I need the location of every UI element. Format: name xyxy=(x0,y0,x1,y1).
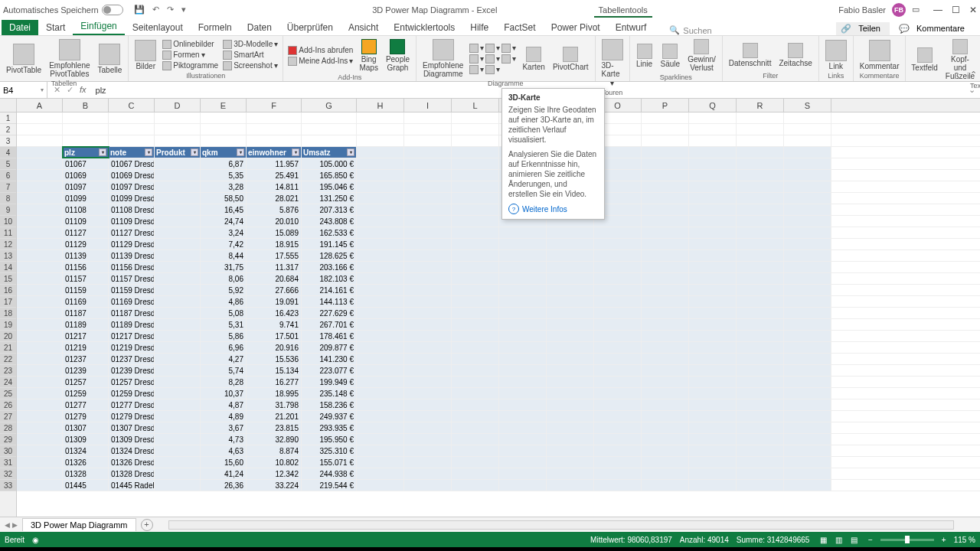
row-header[interactable]: 4 xyxy=(0,147,16,158)
table-cell[interactable]: 20.010 xyxy=(247,216,302,227)
row-header[interactable]: 29 xyxy=(0,434,16,445)
column-header[interactable]: C xyxy=(109,99,155,112)
table-cell[interactable]: 8,28 xyxy=(201,377,247,387)
table-cell[interactable]: 10,37 xyxy=(201,388,247,399)
table-cell[interactable]: 158.236 € xyxy=(302,399,357,410)
table-cell[interactable] xyxy=(155,181,201,192)
table-cell[interactable]: 4,63 xyxy=(201,445,247,456)
recommended-charts-button[interactable]: Empfohlene Diagramme xyxy=(420,37,466,80)
table-cell[interactable]: 01156 xyxy=(63,262,109,272)
macro-record-icon[interactable]: ◉ xyxy=(32,536,39,544)
table-cell[interactable]: 14.811 xyxy=(247,181,302,192)
table-cell[interactable]: 244.938 € xyxy=(302,468,357,479)
chart-col-icon[interactable]: ▾ ▾ ▾ xyxy=(468,43,518,54)
table-cell[interactable] xyxy=(155,422,201,433)
redo-icon[interactable]: ↷ xyxy=(167,5,174,15)
table-cell[interactable]: 227.629 € xyxy=(302,308,357,318)
table-cell[interactable] xyxy=(155,216,201,227)
3d-models-button[interactable]: 3D-Modelle ▾ xyxy=(221,39,279,50)
table-cell[interactable]: 105.000 € xyxy=(302,158,357,169)
table-cell[interactable]: 15.089 xyxy=(247,227,302,238)
table-cell[interactable]: 3,67 xyxy=(201,422,247,433)
bing-maps-button[interactable]: Bing Maps xyxy=(356,37,381,73)
table-cell[interactable]: 01099 xyxy=(63,193,109,204)
table-cell[interactable]: 11.957 xyxy=(247,158,302,169)
table-cell[interactable] xyxy=(155,158,201,169)
filter-icon[interactable]: ▾ xyxy=(347,148,354,156)
table-cell[interactable]: 18.915 xyxy=(247,239,302,249)
maximize-button[interactable]: ☐ xyxy=(952,5,960,15)
row-header[interactable]: 11 xyxy=(0,227,16,239)
row-header[interactable]: 30 xyxy=(0,445,16,457)
table-cell[interactable]: 6,96 xyxy=(201,342,247,353)
table-cell[interactable]: 01069 Dresd A xyxy=(109,170,155,181)
table-cell[interactable]: 01129 xyxy=(63,239,109,249)
tab-start[interactable]: Start xyxy=(38,20,73,35)
table-cell[interactable]: 41,24 xyxy=(201,468,247,479)
table-cell[interactable] xyxy=(155,457,201,468)
table-cell[interactable]: 01187 Dresd C xyxy=(109,308,155,318)
table-cell[interactable]: 33.224 xyxy=(247,480,302,491)
table-cell[interactable] xyxy=(155,377,201,387)
table-cell[interactable]: 58,50 xyxy=(201,193,247,204)
tab-uberprufen[interactable]: Überprüfen xyxy=(279,20,341,35)
table-cell[interactable]: 01109 xyxy=(63,216,109,227)
table-cell[interactable]: 162.533 € xyxy=(302,227,357,238)
online-pictures-button[interactable]: Onlinebilder xyxy=(161,39,220,50)
row-header[interactable]: 31 xyxy=(0,457,16,468)
tab-datei[interactable]: Datei xyxy=(2,20,38,35)
table-cell[interactable]: 01159 xyxy=(63,285,109,295)
table-cell[interactable]: 293.935 € xyxy=(302,422,357,433)
column-header[interactable]: R xyxy=(737,99,784,112)
table-cell[interactable]: 01307 Dresd A xyxy=(109,422,155,433)
autosave-toggle[interactable] xyxy=(102,5,123,15)
column-header[interactable]: H xyxy=(357,99,404,112)
table-cell[interactable]: 01277 Dresd A xyxy=(109,399,155,410)
table-cell[interactable] xyxy=(155,445,201,456)
table-cell[interactable]: 209.877 € xyxy=(302,342,357,353)
user-name[interactable]: Fabio Basler xyxy=(838,5,886,15)
table-cell[interactable] xyxy=(155,170,201,181)
table-cell[interactable]: 10.802 xyxy=(247,457,302,468)
table-cell[interactable]: 01239 Dresd A xyxy=(109,365,155,376)
table-cell[interactable]: 01099 Dresd A xyxy=(109,193,155,204)
table-cell[interactable]: 27.666 xyxy=(247,285,302,295)
row-header[interactable]: 7 xyxy=(0,181,16,193)
table-cell[interactable]: 203.166 € xyxy=(302,262,357,272)
3d-map-button[interactable]: 3D-Karte ▾ xyxy=(599,37,626,89)
table-cell[interactable]: 3,28 xyxy=(201,181,247,192)
row-header[interactable]: 12 xyxy=(0,239,16,250)
filter-icon[interactable]: ▾ xyxy=(99,148,106,156)
table-cell[interactable]: 01324 Dresd B xyxy=(109,445,155,456)
sheet-tab[interactable]: 3D Power Map Diagramm xyxy=(22,518,136,531)
save-icon[interactable]: 💾 xyxy=(134,5,145,15)
table-cell[interactable]: 01219 Dresd C xyxy=(109,342,155,353)
row-header[interactable]: 1 xyxy=(0,112,16,124)
table-cell[interactable]: 01309 Dresd B xyxy=(109,434,155,445)
table-cell[interactable]: 12.342 xyxy=(247,468,302,479)
filter-icon[interactable]: ▾ xyxy=(191,148,198,156)
row-header[interactable]: 25 xyxy=(0,388,16,399)
row-header[interactable]: 20 xyxy=(0,331,16,342)
column-header[interactable]: D xyxy=(155,99,201,112)
table-cell[interactable]: 01169 Dresd D xyxy=(109,296,155,307)
table-cell[interactable]: 01108 xyxy=(63,204,109,215)
table-cell[interactable]: 01445 xyxy=(63,480,109,491)
column-header[interactable]: L xyxy=(452,99,499,112)
textbox-button[interactable]: Textfeld xyxy=(909,46,939,73)
table-cell[interactable]: 4,73 xyxy=(201,434,247,445)
table-cell[interactable]: 195.950 € xyxy=(302,434,357,445)
table-cell[interactable]: 155.071 € xyxy=(302,457,357,468)
row-header[interactable]: 8 xyxy=(0,193,16,204)
my-addins-button[interactable]: Meine Add-Ins ▾ xyxy=(286,56,354,67)
tooltip-more-link[interactable]: Weitere Infos xyxy=(508,204,598,214)
name-box[interactable]: B4▾ xyxy=(0,82,47,98)
table-cell[interactable] xyxy=(155,227,201,238)
table-cell[interactable]: 9.741 xyxy=(247,319,302,330)
tab-factset[interactable]: FactSet xyxy=(496,20,543,35)
sparkline-line-button[interactable]: Linie xyxy=(633,42,656,70)
table-cell[interactable]: 4,27 xyxy=(201,354,247,364)
row-header[interactable]: 23 xyxy=(0,365,16,377)
table-cell[interactable]: 01219 xyxy=(63,342,109,353)
table-cell[interactable]: 01157 xyxy=(63,273,109,284)
